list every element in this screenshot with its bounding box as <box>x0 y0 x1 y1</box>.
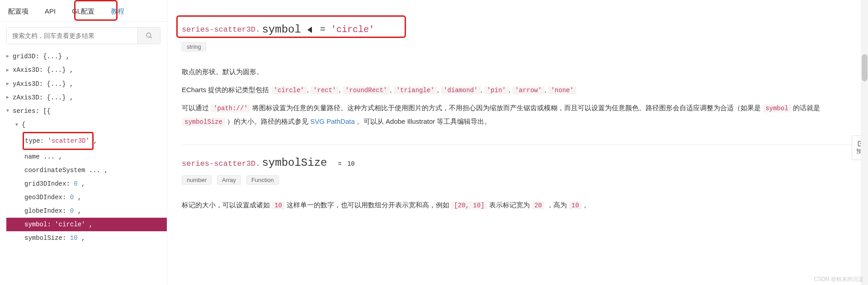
search-button[interactable] <box>137 28 160 44</box>
code-arrow: 'arrow' <box>512 86 544 94</box>
caret-right-icon: ▶ <box>6 91 13 104</box>
default-value: 'circle' <box>331 24 374 35</box>
option-tree: ▶grid3D: {...} , ▶xAxis3D: {...} , ▶yAxi… <box>0 48 167 245</box>
watermark: CSDN @粉末的沉淀 <box>814 276 863 283</box>
code-triangle: 'triangle' <box>394 86 437 94</box>
scrollbar-thumb[interactable] <box>862 54 868 81</box>
code-20-10: [20, 10] <box>451 201 487 210</box>
section-divider <box>182 145 854 145</box>
description-symbol: 散点的形状。默认为圆形。 ECharts 提供的标记类型包括 'circle',… <box>182 65 854 128</box>
tree-series[interactable]: ▼series: [{ <box>6 104 167 118</box>
collapse-icon[interactable] <box>307 27 312 33</box>
caret-right-icon: ▶ <box>6 64 13 77</box>
highlight-box-type: type: 'scatter3D' <box>23 132 94 150</box>
code-none: 'none' <box>548 86 576 94</box>
caret-right-icon: ▶ <box>6 50 13 63</box>
code-symbolsize: symbolSize <box>182 118 225 126</box>
scrollbar-track <box>861 0 868 285</box>
default-value: 10 <box>347 160 355 167</box>
code-10: 10 <box>272 201 285 210</box>
svg-line-1 <box>150 37 151 38</box>
property-prefix: series-scatter3D. <box>182 159 260 168</box>
equals-sign: = <box>338 160 341 168</box>
tree-series-item[interactable]: ▼{ <box>6 118 167 131</box>
caret-down-icon: ▼ <box>15 118 22 132</box>
caret-down-icon: ▼ <box>6 104 13 118</box>
code-symbol: symbol <box>763 104 791 112</box>
type-list: number Array Function <box>182 175 854 185</box>
tree-grid3dindex[interactable]: grid3DIndex: 0 , <box>6 177 167 191</box>
tree-grid3d[interactable]: ▶grid3D: {...} , <box>6 50 167 63</box>
search-bar <box>6 27 160 44</box>
type-list: string <box>182 42 854 51</box>
code-20: 20 <box>532 201 545 210</box>
type-pill-function: Function <box>246 175 279 185</box>
tree-type[interactable]: type: 'scatter3D', <box>6 132 167 150</box>
code-diamond: 'diamond' <box>441 86 481 94</box>
tab-config[interactable]: 配置项 <box>0 4 37 19</box>
property-header-symbol: series-scatter3D. symbol = 'circle' <box>182 23 854 36</box>
property-header-symbolsize: series-scatter3D. symbolSize = 10 <box>182 157 854 169</box>
tree-geo3dindex[interactable]: geo3DIndex: 0 , <box>6 191 167 204</box>
tree-xaxis3d[interactable]: ▶xAxis3D: {...} , <box>6 63 167 77</box>
tree-name[interactable]: name ... , <box>6 150 167 164</box>
tree-yaxis3d[interactable]: ▶yAxis3D: {...} , <box>6 77 167 91</box>
type-pill-string: string <box>182 42 206 51</box>
description-symbolsize: 标记的大小，可以设置成诸如 10 这样单一的数字，也可以用数组分开表示宽和高，例… <box>182 198 854 212</box>
property-name: symbol <box>262 23 301 36</box>
code-circle: 'circle' <box>271 86 307 94</box>
svg-point-0 <box>146 33 151 37</box>
tab-api[interactable]: API <box>37 4 64 19</box>
code-rect: 'rect' <box>311 86 339 94</box>
code-roundrect: 'roundRect' <box>343 86 390 94</box>
type-pill-array: Array <box>217 175 241 185</box>
desc-line-3: 可以通过 'path://' 将图标设置为任意的矢量路径。这种方式相比于使用图片… <box>182 101 854 128</box>
link-svg-pathdata[interactable]: SVG PathData <box>310 117 354 125</box>
tree-zaxis3d[interactable]: ▶zAxis3D: {...} , <box>6 91 167 104</box>
property-prefix: series-scatter3D. <box>182 25 260 34</box>
caret-right-icon: ▶ <box>6 77 13 91</box>
code-pin: 'pin' <box>484 86 509 94</box>
desc-line-1: 散点的形状。默认为圆形。 <box>182 65 854 79</box>
search-icon <box>146 32 153 39</box>
desc-line-2: ECharts 提供的标记类型包括 'circle', 'rect', 'rou… <box>182 83 854 97</box>
tree-coord[interactable]: coordinateSystem ... , <box>6 164 167 177</box>
tree-symbolsize[interactable]: symbolSize: 10 , <box>6 231 167 245</box>
sidebar: 配置项 API GL配置 教程 ▶grid3D: {...} , ▶xAxis3… <box>0 0 167 285</box>
tab-gl-config[interactable]: GL配置 <box>64 4 103 19</box>
tree-symbol[interactable]: symbol: 'circle' , <box>6 218 167 231</box>
search-input[interactable] <box>7 28 137 44</box>
doc-tabs: 配置项 API GL配置 教程 <box>0 0 167 22</box>
property-name: symbolSize <box>262 157 327 169</box>
equals-sign: = <box>320 24 326 35</box>
type-pill-number: number <box>182 175 212 185</box>
main-content: series-scatter3D. symbol = 'circle' stri… <box>167 0 868 285</box>
desc-line-1: 标记的大小，可以设置成诸如 10 这样单一的数字，也可以用数组分开表示宽和高，例… <box>182 198 854 212</box>
code-10b: 10 <box>569 201 582 210</box>
tree-globeindex[interactable]: globeIndex: 0 , <box>6 204 167 218</box>
tab-tutorial[interactable]: 教程 <box>103 4 132 19</box>
code-path: 'path://' <box>211 104 250 112</box>
